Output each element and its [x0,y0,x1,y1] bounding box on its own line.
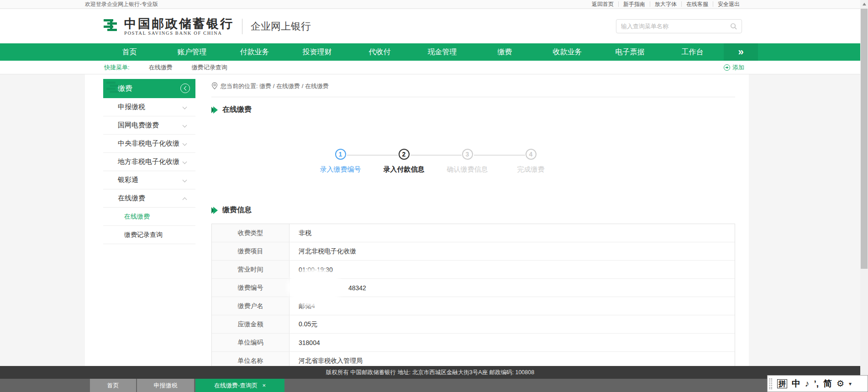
quick-item-online-payment[interactable]: 在线缴费 [149,63,173,72]
link-return-home[interactable]: 返回首页 [587,1,618,7]
sidebar-item-label: 地方非税电子化收缴 [118,157,179,166]
section-online-payment: 在线缴费 [211,105,252,115]
sidebar-item-label: 在线缴费 [118,194,145,203]
link-enlarge-font[interactable]: 放大字体 [650,1,681,7]
link-beginner-guide[interactable]: 新手指南 [618,1,650,7]
sidebar-item-label: 申报缴税 [118,103,145,111]
sidebar-item-declare-tax[interactable]: 申报缴税 [103,98,195,116]
tab-label: 在线缴费-查询页 [214,382,258,390]
taskbar-tab-declare-tax[interactable]: 申报缴税 [137,379,194,392]
tab-label: 申报缴税 [154,382,178,390]
table-row-fee-type: 收费类型 非税 [212,224,735,242]
section-payment-info: 缴费信息 [211,205,252,215]
sidebar-item-central-nontax[interactable]: 中央非税电子化收缴 [103,135,195,153]
table-row-business-hours: 营业时间 01:00-19:30 [212,261,735,279]
quick-menu-bar: 快捷菜单: 在线缴费 缴费记录查询 添加 [0,61,868,74]
section-title: 缴费信息 [222,205,252,215]
ime-pinyin-icon[interactable]: 拼 [777,379,787,388]
link-online-service[interactable]: 在线客服 [681,1,713,7]
sidebar-subitem-online-payment[interactable]: 在线缴费 [103,208,195,226]
nav-item-collection-pay[interactable]: 代收付 [348,43,411,61]
quick-menu-label: 快捷菜单: [104,63,130,72]
nav-item-investment[interactable]: 投资理财 [286,43,348,61]
row-value: 邮储4 [289,297,735,315]
sidebar-subitem-payment-records[interactable]: 缴费记录查询 [103,226,195,244]
nav-item-home[interactable]: 首页 [98,43,161,61]
search-icon[interactable] [730,23,737,30]
chevron-down-icon [183,141,187,146]
table-row-payment-item: 缴费项目 河北非税电子化收缴 [212,242,735,261]
chevron-down-icon [183,178,187,183]
taskbar-tab-online-payment-query[interactable]: 在线缴费-查询页 × [195,379,284,392]
top-links: 返回首页 新手指南 放大字体 在线客服 安全退出 [587,1,744,7]
add-label: 添加 [732,63,744,72]
sidebar-subitem-label: 缴费记录查询 [124,231,163,239]
ime-simplified-icon[interactable]: 简 [823,379,832,388]
add-quick-menu-button[interactable]: 添加 [724,63,744,72]
copyright-footer: 版权所有 中国邮政储蓄银行 地址: 北京市西城区金融大街3号A座 邮政编码: 1… [0,366,860,379]
vertical-scrollbar[interactable] [860,0,868,392]
row-label: 应缴金额 [212,315,289,333]
quick-item-payment-records[interactable]: 缴费记录查询 [192,63,227,72]
row-value: 318004 [289,334,735,351]
sidebar: 缴费 申报缴税 国网电费缴费 中央非税电子化收缴 地方非税电子化收缴 银彩通 在… [103,79,195,244]
ime-punctuation-icon[interactable]: ’, [814,379,819,388]
sidebar-item-local-nontax[interactable]: 地方非税电子化收缴 [103,153,195,171]
product-title: 企业网上银行 [242,19,311,34]
scrollbar-thumb[interactable] [861,9,868,269]
drag-handle-icon[interactable] [769,378,772,389]
taskbar-tab-home[interactable]: 首页 [90,379,136,392]
nav-item-e-bills[interactable]: 电子票据 [599,43,661,61]
top-welcome-bar: 欢迎登录企业网上银行-专业版 返回首页 新手指南 放大字体 在线客服 安全退出 [0,0,868,9]
ime-chinese-mode-icon[interactable]: 中 [792,379,800,388]
table-row-payer-name: 缴费户名 邮储4 [212,297,735,315]
sidebar-item-label: 中央非税电子化收缴 [118,139,179,148]
location-pin-icon [211,82,218,89]
table-row-unit-code: 单位编码 318004 [212,334,735,352]
nav-item-workbench[interactable]: 工作台 [661,43,724,61]
ime-settings-gear-icon[interactable]: ⚙ [836,379,844,388]
payment-number-suffix: 48342 [348,284,366,292]
ime-options-arrow-icon[interactable]: ▾ [849,381,852,387]
row-label: 营业时间 [212,261,289,278]
sidebar-item-yincaitong[interactable]: 银彩通 [103,171,195,189]
row-value: 河北非税电子化收缴 [289,242,735,260]
step-label: 完成缴费 [517,165,545,174]
nav-item-payment-biz[interactable]: 付款业务 [223,43,286,61]
sidebar-watermark-icon [106,79,121,98]
row-value: 01:00-19:30 [289,261,735,278]
redaction-blur-overlay [287,268,342,307]
sidebar-collapse-icon[interactable] [180,84,190,93]
nav-item-cash-mgmt[interactable]: 现金管理 [411,43,473,61]
step-label: 确认缴费信息 [447,165,488,174]
section-arrow-icon [213,106,218,114]
menu-search-input[interactable] [621,23,730,30]
scrollbar-up-arrow-icon[interactable] [860,0,868,8]
step-label: 录入缴费编号 [320,165,361,174]
ime-tone-icon[interactable]: ♪ [805,379,810,388]
nav-more-chevron-icon[interactable]: » [724,43,758,61]
sidebar-item-online-payment-group[interactable]: 在线缴费 [103,189,195,208]
breadcrumb: 您当前的位置: 缴费 / 在线缴费 / 在线缴费 [211,82,735,97]
row-label: 缴费编号 [212,279,289,297]
step-circle: 2 [399,149,410,160]
step-circle: 3 [462,149,473,160]
table-row-amount-due: 应缴金额 0.05元 [212,315,735,334]
step-enter-payer-info: 2 录入付款信息 [372,149,436,174]
payment-info-table: 收费类型 非税 缴费项目 河北非税电子化收缴 营业时间 01:00-19:30 … [211,224,735,371]
chevron-up-icon [183,198,187,202]
step-confirm-payment-info: 3 确认缴费信息 [436,149,499,174]
sidebar-item-grid-electricity[interactable]: 国网电费缴费 [103,116,195,135]
plus-circle-icon [724,64,730,71]
chevron-down-icon [183,160,187,164]
close-icon[interactable]: × [262,382,266,389]
nav-item-receivables[interactable]: 收款业务 [536,43,599,61]
bank-name-en: POSTAL SAVINGS BANK OF CHINA [124,31,234,36]
menu-search-box[interactable] [616,19,742,33]
nav-item-bill-pay[interactable]: 缴费 [473,43,536,61]
link-safe-logout[interactable]: 安全退出 [713,1,744,7]
nav-item-account-mgmt[interactable]: 账户管理 [161,43,223,61]
row-value: 13000 48342 [289,279,735,297]
sidebar-header: 缴费 [103,79,195,98]
step-enter-payment-number: 1 录入缴费编号 [309,149,372,174]
